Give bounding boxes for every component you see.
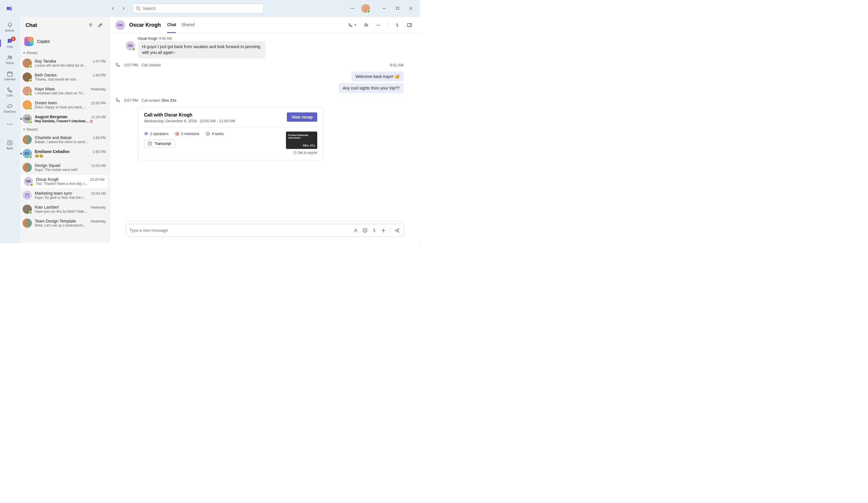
svg-point-29 xyxy=(365,229,366,230)
my-message-bubble[interactable]: Welcome back Kayo! 🥳 xyxy=(351,72,404,81)
group-avatar xyxy=(23,218,32,228)
main-pane: OK Oscar Krogh Chat Shared Oscar Krogh xyxy=(110,17,420,243)
rail-apps[interactable]: Apps xyxy=(2,137,18,152)
window-minimize-button[interactable] xyxy=(378,3,391,14)
format-button[interactable] xyxy=(353,228,358,233)
chat-item-name: Kayo Miwa xyxy=(35,86,54,91)
chat-item-time: 10:29 AM xyxy=(90,178,105,182)
chat-item-preview: Babak: I asked the client to send... xyxy=(35,140,88,144)
svg-point-27 xyxy=(363,228,367,232)
new-chat-button[interactable] xyxy=(95,21,105,30)
chat-list-item[interactable]: Beth Davies1:43 PMThanks, that would be … xyxy=(20,70,109,84)
search-input[interactable] xyxy=(143,6,260,11)
calendar-icon xyxy=(7,71,13,77)
copilot-icon xyxy=(395,23,400,28)
nav-forward-button[interactable] xyxy=(119,4,128,13)
chat-list-item[interactable]: OKOscar Krogh10:29 AMYou: Thanks! Have a… xyxy=(21,174,108,188)
recap-title: Call with Oscar Krogh xyxy=(144,112,235,117)
message-avatar: OK xyxy=(126,41,135,50)
presence-available-icon xyxy=(29,65,32,68)
svg-point-1 xyxy=(10,6,12,8)
rail-calendar[interactable]: Calendar xyxy=(2,68,18,83)
copilot-compose-button[interactable] xyxy=(372,228,377,233)
send-button[interactable] xyxy=(394,228,400,233)
svg-point-20 xyxy=(145,132,146,134)
section-pinned-header[interactable]: Pinned xyxy=(20,49,109,56)
chat-item-preview: Have you run this by Beth? Mak... xyxy=(35,209,87,214)
chat-list-item[interactable]: Marketing team sync10:43 AMKayo: So glad… xyxy=(20,188,109,202)
rail-calls[interactable]: Calls xyxy=(2,84,18,100)
recap-tasks[interactable]: 4 tasks xyxy=(206,132,224,136)
chat-item-name: Emiliano Ceballos xyxy=(35,149,70,154)
call-event-label: Call started xyxy=(141,63,161,67)
chat-item-name: Charlotte and Babak xyxy=(35,135,72,140)
clock-icon xyxy=(293,151,297,154)
window-maximize-button[interactable] xyxy=(391,3,404,14)
rail-label: OneDrive xyxy=(3,110,16,113)
group-avatar xyxy=(23,163,32,172)
compose-input[interactable] xyxy=(130,228,350,233)
open-panel-button[interactable] xyxy=(405,21,414,30)
chat-list-item[interactable]: Dream team12:00 PMErika: Happy to have y… xyxy=(20,98,109,112)
chat-item-time: 1:47 PM xyxy=(93,59,106,63)
svg-point-8 xyxy=(10,56,12,58)
copilot-item[interactable]: Copilot xyxy=(20,34,109,49)
more-icon xyxy=(376,23,381,28)
chat-item-name: Oscar Krogh xyxy=(36,177,59,182)
tab-chat[interactable]: Chat xyxy=(167,17,176,33)
app-rail: Activity 2 Chat Teams Calendar Calls xyxy=(0,17,20,243)
tab-shared[interactable]: Shared xyxy=(182,17,194,33)
rail-label: Activity xyxy=(5,29,14,32)
chat-list-item[interactable]: Kayo MiwaYesterdayI reviewed with the cl… xyxy=(20,84,109,98)
call-started-event: 3:07 PM Call started 9:01 AM xyxy=(115,62,404,68)
chat-item-preview: Thanks, that would be nice. xyxy=(35,78,77,81)
chat-item-time: 1:55 PM xyxy=(93,150,106,154)
copilot-header-button[interactable] xyxy=(393,21,402,30)
more-actions-button[interactable] xyxy=(374,21,383,30)
search-box[interactable] xyxy=(133,3,264,13)
section-recent-header[interactable]: Recent xyxy=(20,126,109,133)
rail-activity[interactable]: Activity xyxy=(2,19,18,35)
rail-onedrive[interactable]: OneDrive xyxy=(2,100,18,116)
svg-point-28 xyxy=(364,229,364,230)
my-message-bubble[interactable]: Any cool sights from your trip?? xyxy=(339,83,404,93)
chat-item-preview: You: Thanks! Have a nice day, I... xyxy=(36,182,87,186)
recording-thumbnail[interactable]: Product Roadmap Discussion 48m 42s xyxy=(286,132,317,149)
recap-speakers[interactable]: 2 speakers xyxy=(144,132,169,136)
filter-button[interactable] xyxy=(86,21,95,30)
attach-button[interactable] xyxy=(381,228,386,233)
window-close-button[interactable] xyxy=(404,3,417,14)
profile-avatar[interactable] xyxy=(361,4,370,13)
rail-label: Calls xyxy=(7,94,13,97)
chat-item-name: Beth Davies xyxy=(35,73,56,78)
chat-list-item[interactable]: Design Squad11:02 AMKayo: The review wen… xyxy=(20,161,109,174)
rail-chat[interactable]: 2 Chat xyxy=(2,35,18,51)
transcript-button[interactable]: Transcript xyxy=(144,140,175,148)
phone-icon xyxy=(115,62,121,68)
speakers-icon xyxy=(144,132,148,136)
svg-point-4 xyxy=(352,8,353,9)
chat-list-item[interactable]: Team Design TemplateYesterdayReta: Let's… xyxy=(20,216,109,230)
chat-item-time: 11:02 AM xyxy=(91,164,106,168)
chat-list-item[interactable]: Kian LambertYesterdayHave you run this b… xyxy=(20,202,109,216)
svg-point-23 xyxy=(176,133,178,134)
svg-point-5 xyxy=(354,8,355,9)
call-dropdown-button[interactable] xyxy=(346,21,359,30)
view-recap-button[interactable]: View recap xyxy=(287,112,317,122)
tasks-icon xyxy=(206,132,210,136)
titlebar xyxy=(0,0,420,17)
more-options-button[interactable] xyxy=(349,5,356,12)
nav-back-button[interactable] xyxy=(108,4,117,13)
add-people-button[interactable] xyxy=(362,21,371,30)
chat-list-item[interactable]: ECEmiliano Ceballos1:55 PM😂😂 xyxy=(20,147,109,161)
svg-rect-6 xyxy=(396,7,399,9)
chat-item-preview: Reta: Let's set up a brainstormi... xyxy=(35,223,86,227)
chat-list-item[interactable]: Ray Tanaka1:47 PMLouisa will send the in… xyxy=(20,56,109,70)
rail-more[interactable] xyxy=(2,116,18,132)
recap-mentions[interactable]: 3 mentions xyxy=(175,132,200,136)
chat-list-item[interactable]: ABAugust Bergman11:18 AMHey Daniela, I h… xyxy=(20,112,109,126)
message-bubble[interactable]: Hi guys! I just got back from vacation a… xyxy=(138,41,265,58)
rail-teams[interactable]: Teams xyxy=(2,52,18,67)
chat-list-item[interactable]: Charlotte and Babak1:58 PMBabak: I asked… xyxy=(20,133,109,147)
emoji-button[interactable] xyxy=(362,228,368,233)
